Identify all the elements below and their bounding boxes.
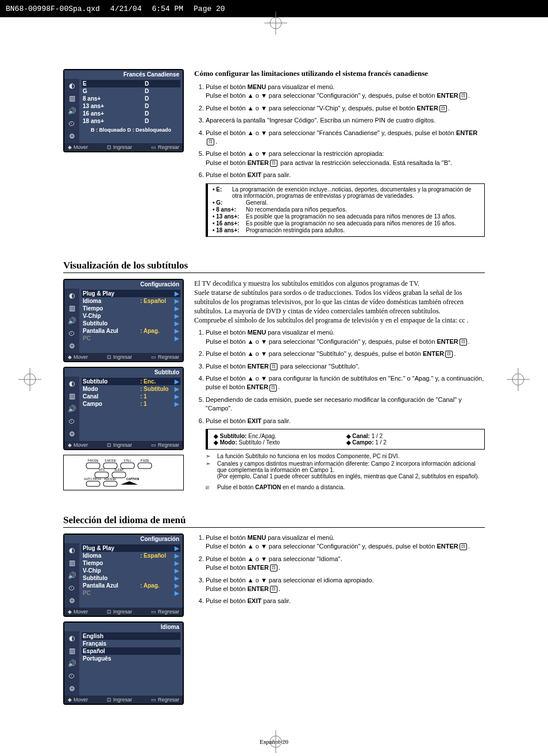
- speaker-icon: 🔊: [67, 659, 77, 668]
- gear-icon: ⚙: [67, 596, 77, 605]
- osd-legend: B : Bloqueado D : Desbloqueado: [82, 127, 180, 133]
- svg-rect-24: [86, 481, 100, 486]
- doc-filename: BN68-00998F-00Spa.qxd: [6, 5, 100, 13]
- osd-footer-return: ▭ Regresar: [151, 697, 179, 703]
- note: ➣Canales y campos distintos muestran inf…: [206, 460, 485, 479]
- enter-icon: ⊡: [270, 160, 277, 167]
- chevron-right-icon: ▶: [175, 320, 179, 327]
- registration-mark-icon: [507, 368, 530, 391]
- svg-rect-26: [103, 481, 117, 486]
- enter-icon: ⊡: [439, 105, 447, 112]
- chevron-right-icon: ▶: [175, 386, 179, 392]
- section3-heading: Selección del idioma de menú: [63, 515, 485, 528]
- remote-caption-note: ⎚ Pulse el botón CAPTION en el mando a d…: [206, 484, 485, 490]
- chevron-right-icon: ▶: [175, 313, 179, 319]
- chevron-right-icon: ▶: [175, 545, 179, 551]
- step: Pulse el botón ▲ o ▼ para seleccionar el…: [206, 576, 485, 594]
- osd-title: Configuración: [64, 280, 183, 289]
- osd-tab-icons: ◐ ▥ 🔊 ⏲ ⚙: [64, 543, 79, 608]
- registration-mark-icon: [264, 11, 287, 34]
- speaker-icon: 🔊: [67, 316, 77, 325]
- clock-icon: ⏲: [67, 329, 77, 338]
- osd-footer-move: ◆ Mover: [68, 354, 88, 360]
- chevron-right-icon: ▶: [175, 590, 179, 596]
- speaker-icon: 🔊: [67, 106, 77, 116]
- sound-icon: ▥: [67, 558, 77, 567]
- enter-icon: ⊡: [270, 565, 277, 571]
- registration-mark-icon: [18, 368, 41, 391]
- section1-title: Cómo configurar las limitaciones utiliza…: [194, 69, 485, 78]
- step: Pulse el botón ▲ o ▼ para seleccionar "V…: [206, 104, 485, 113]
- chevron-right-icon: ▶: [175, 567, 179, 574]
- svg-text:ADD/DEL: ADD/DEL: [104, 477, 117, 481]
- step: Dependiendo de cada emisión, puede ser n…: [206, 396, 485, 413]
- note-arrow-icon: ➣: [206, 453, 214, 459]
- osd-row-val: D: [145, 110, 179, 117]
- registration-mark-icon: [264, 730, 287, 753]
- osd-tab-icons: ◐ ▥ 🔊 ⏲ ⚙: [64, 289, 79, 353]
- remote-buttons-icon: P.MODE S.MODE STILL P.SIZE MTS SLEEP AUT…: [83, 458, 164, 487]
- osd-title: Configuración: [64, 535, 183, 543]
- osd-footer-return: ▭ Regresar: [151, 354, 179, 360]
- section1-steps: Pulse el botón MENU para visualizar el m…: [194, 83, 485, 180]
- chevron-right-icon: ▶: [175, 298, 179, 304]
- osd-french-canadian: Francés Canadiense ◐ ▥ 🔊 ⏲ ⚙ ED GD 8: [63, 69, 184, 152]
- doc-time: 6:54 PM: [152, 5, 183, 13]
- osd-row-val: D: [145, 118, 179, 124]
- step: Pulse el botón ▲ o ▼ para seleccionar "F…: [206, 129, 485, 147]
- sound-icon: ▥: [67, 94, 77, 103]
- step: Aparecerá la pantalla "Ingresar Código".…: [206, 116, 485, 125]
- step: Pulse el botón MENU para visualizar el m…: [206, 328, 485, 346]
- step: Pulse el botón EXIT para salir.: [206, 171, 485, 179]
- step: Pulse el botón MENU para visualizar el m…: [206, 534, 485, 551]
- chevron-right-icon: ▶: [175, 328, 179, 334]
- osd-tab-icons: ◐ ▥ 🔊 ⏲ ⚙: [64, 377, 79, 441]
- osd-row-val: D: [145, 88, 179, 94]
- speaker-icon: 🔊: [67, 571, 77, 580]
- doc-page: Page 20: [194, 5, 225, 13]
- clock-icon: ⏲: [67, 584, 77, 593]
- enter-icon: ⊡: [460, 543, 467, 550]
- speaker-icon: 🔊: [67, 404, 77, 413]
- chevron-right-icon: ▶: [175, 401, 179, 407]
- osd-footer-return: ▭ Regresar: [151, 442, 179, 448]
- osd-row-label: E: [83, 80, 145, 87]
- step: Pulse el botón ENTER⊡ para seleccionar "…: [206, 362, 485, 371]
- chevron-right-icon: ▶: [175, 582, 179, 589]
- caption-options-summary: ◆ Subtítulo: Enc./Apag. ◆ Modo: Subtítul…: [206, 429, 485, 450]
- svg-text:MTS: MTS: [99, 468, 105, 471]
- osd-row-label: 13 ans+: [83, 103, 145, 109]
- osd-row-val: D: [145, 80, 179, 87]
- section2-intro: El TV decodifica y muestra los subtítulo…: [194, 279, 485, 325]
- osd-row-label: 8 ans+: [83, 95, 145, 102]
- osd-footer-move: ◆ Mover: [68, 609, 88, 615]
- osd-footer-enter: ⊡ Ingresar: [107, 442, 132, 448]
- picture-icon: ◐: [67, 634, 77, 643]
- osd-footer-move: ◆ Mover: [68, 697, 88, 703]
- osd-tab-icons: ◐ ▥ 🔊 ⏲ ⚙: [64, 79, 79, 143]
- enter-icon: ⊡: [460, 93, 467, 99]
- osd-subtitulo: Subtítulo ◐ ▥ 🔊 ⏲ ⚙ Subtítulo: Enc.▶ Mod…: [63, 367, 184, 450]
- section3-steps: Pulse el botón MENU para visualizar el m…: [194, 534, 485, 606]
- step: Pulse el botón ▲ o ▼ para seleccionar "I…: [206, 555, 485, 573]
- picture-icon: ◐: [67, 546, 77, 555]
- step: Pulse el botón EXIT para salir.: [206, 597, 485, 605]
- osd-title: Francés Canadiense: [64, 70, 183, 79]
- svg-text:P.MODE: P.MODE: [87, 459, 99, 462]
- osd-configuracion-2: Configuración ◐ ▥ 🔊 ⏲ ⚙ Plug & Play▶ Idi…: [63, 534, 184, 617]
- picture-icon: ◐: [67, 379, 77, 388]
- doc-date: 4/21/04: [110, 5, 142, 13]
- enter-icon: ⊡: [269, 385, 277, 392]
- clock-icon: ⏲: [67, 671, 77, 681]
- chevron-right-icon: ▶: [175, 378, 179, 385]
- chevron-right-icon: ▶: [175, 552, 179, 559]
- osd-footer-enter: ⊡ Ingresar: [107, 354, 132, 360]
- step: Pulse el botón ▲ o ▼ para seleccionar "S…: [206, 350, 485, 358]
- osd-title: Idioma: [64, 623, 183, 631]
- clock-icon: ⏲: [67, 119, 77, 128]
- sound-icon: ▥: [67, 392, 77, 401]
- sound-icon: ▥: [67, 646, 77, 655]
- picture-icon: ◐: [67, 81, 77, 90]
- svg-text:STILL: STILL: [124, 459, 132, 462]
- gear-icon: ⚙: [67, 684, 77, 693]
